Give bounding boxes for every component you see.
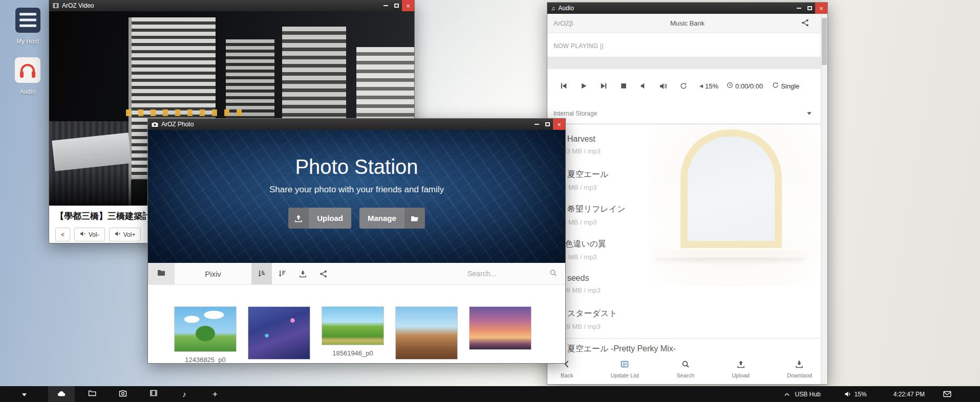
storage-dropdown[interactable]: Internal Storage [547,103,827,124]
loop-icon [772,82,779,90]
close-button[interactable]: × [553,119,565,130]
cloud-icon [57,390,66,399]
track-item[interactable]: 02. seeds 12.99 MB / mp3 [547,269,827,303]
taskbar-app-files[interactable] [79,386,105,402]
upload-icon [288,208,309,229]
mail-icon[interactable] [943,391,951,397]
folder-open-icon [404,208,425,229]
photo-thumbnail[interactable] [248,306,310,363]
scrollbar[interactable] [821,14,827,384]
add-app-button[interactable]: + [202,386,228,402]
download-album-button[interactable] [292,263,313,284]
photo-image[interactable] [322,306,384,345]
volume-up-button[interactable]: Vol+ [109,228,141,241]
desktop-icon-label: My Host [16,38,39,45]
mute-button[interactable] [640,82,647,90]
album-name[interactable]: Pixiv [175,263,251,284]
taskbar-app-photo[interactable] [110,386,136,402]
chevron-up-icon[interactable] [784,392,790,397]
photo-window: ArOZ Photo × Photo Station Share your ph… [147,118,566,364]
back-button[interactable]: Back [561,360,573,384]
manage-photo-button[interactable]: Manage [359,208,425,229]
section-title[interactable]: Music Bank [634,19,740,27]
photo-image[interactable] [395,306,458,360]
taskbar-app-video[interactable] [140,386,167,402]
photo-thumbnail[interactable]: 12436825_p0 [174,306,237,363]
photo-thumbnail[interactable] [395,306,458,363]
brand-label[interactable]: ArOZβ [547,19,634,27]
download-icon [795,360,803,370]
upload-photo-button[interactable]: Upload [288,208,351,229]
host-icon [15,8,40,35]
play-button[interactable] [580,82,587,90]
stop-button[interactable] [620,82,627,90]
maximize-button[interactable] [804,3,815,14]
upload-icon [737,360,745,370]
scrollbar-thumb[interactable] [822,18,827,65]
track-item[interactable]: 01. 希望リフレイン 9.09 MB / mp3 [547,199,827,234]
update-list-button[interactable]: Update List [611,360,640,384]
minimize-button[interactable] [531,119,542,130]
volume-button[interactable] [659,82,667,90]
desktop-icon-my-host[interactable]: My Host [8,8,47,45]
volume-down-button[interactable]: Vol- [74,228,105,241]
desktop-icon-audio[interactable]: Audio [8,57,47,95]
folder-icon [88,390,96,399]
track-item[interactable]: 02. スターダスト 12.39 MB / mp3 [547,303,827,338]
photo-image[interactable] [248,306,310,360]
music-note-icon: ♫ [551,5,555,11]
window-title: ArOZ Photo [161,121,194,128]
audio-window: ♫ Audio × ArOZβ Music Bank NOW PLAYING |… [547,2,828,385]
photo-thumbnail[interactable] [469,306,531,363]
maximize-button[interactable] [542,119,553,130]
share-icon [801,19,809,28]
video-window-titlebar[interactable]: ArOZ Video × [49,0,414,11]
volume-level: ◀15% [699,82,718,90]
search-button[interactable]: Search [676,360,694,384]
seek-bar[interactable] [547,57,827,69]
refresh-button[interactable] [679,82,687,90]
upload-button[interactable]: Upload [732,360,750,384]
taskbar: ♪ + USB Hub 15% 4:22:47 PM [0,386,980,402]
sort-descending-button[interactable] [272,263,292,284]
system-volume-label[interactable]: 15% [855,391,867,398]
play-mode-toggle[interactable]: Single [772,82,799,90]
sort-ascending-button[interactable] [251,263,272,284]
track-item[interactable]: 01. 夏空エール 9.37 MB / mp3 [547,164,827,199]
photo-image[interactable] [174,306,237,352]
track-item[interactable]: 01. Harvest 10.93 MB / mp3 [547,129,827,164]
audio-window-titlebar[interactable]: ♫ Audio × [547,3,827,14]
skip-previous-button[interactable] [560,82,567,90]
close-button[interactable]: × [815,3,827,14]
track-item[interactable]: 01.色違いの翼 9.63 MB / mp3 [547,234,827,269]
minimize-button[interactable] [380,0,391,11]
chevron-down-icon [806,110,812,117]
album-folder-button[interactable] [148,263,175,284]
photo-hero-banner: Photo Station Share your photo with your… [148,130,565,263]
maximize-button[interactable] [391,0,402,11]
taskbar-menu-caret[interactable] [0,390,48,399]
share-album-button[interactable] [313,263,333,284]
camera-icon [152,122,158,127]
download-button[interactable]: Downlaod [787,360,812,384]
share-button[interactable] [740,19,827,28]
music-note-icon: ♪ [182,390,186,398]
volume-left-icon: ◀ [699,83,703,88]
speaker-icon[interactable] [844,391,851,397]
photo-thumbnail[interactable]: 18561946_p0 [322,306,384,363]
photo-image[interactable] [469,306,531,350]
taskbar-app-cloud[interactable] [48,386,75,402]
usb-hub-label[interactable]: USB Hub [795,391,821,398]
close-button[interactable]: × [402,0,414,11]
photo-window-titlebar[interactable]: ArOZ Photo × [148,119,565,130]
clock-label[interactable]: 4:22:47 PM [893,391,925,398]
photo-search-input[interactable] [467,270,544,278]
search-icon[interactable] [549,269,557,279]
track-item[interactable]: 02. 夏空エール -Pretty Perky Mix- [547,338,827,357]
track-list: 01. Harvest 10.93 MB / mp3 01. 夏空エール 9.3… [547,124,827,357]
taskbar-app-music[interactable]: ♪ [171,386,198,402]
video-back-button[interactable]: < [55,228,70,241]
hero-title: Photo Station [148,155,565,178]
skip-next-button[interactable] [600,82,607,90]
minimize-button[interactable] [794,3,804,14]
